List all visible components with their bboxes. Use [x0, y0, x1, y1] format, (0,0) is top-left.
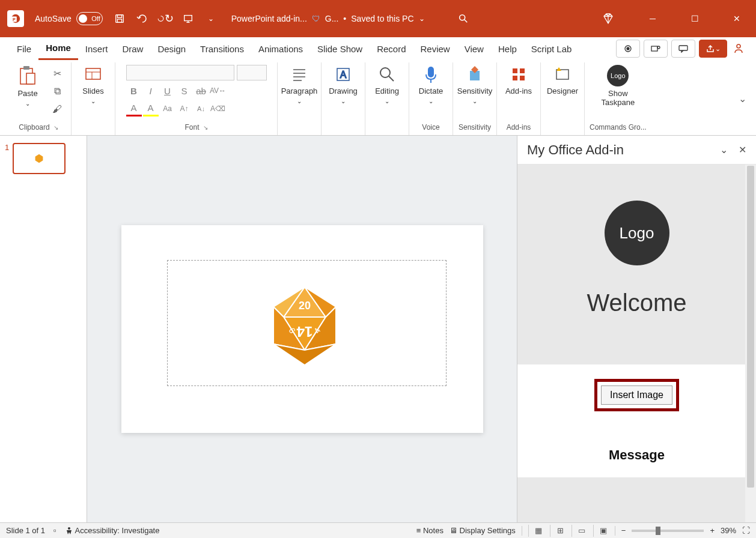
svg-rect-27 [428, 67, 433, 77]
slide-counter[interactable]: Slide 1 of 1 [6, 526, 45, 535]
bold-button[interactable]: B [126, 83, 142, 98]
spacing-button[interactable]: AV↔ [210, 83, 226, 98]
italic-button[interactable]: I [143, 83, 159, 98]
strike-button[interactable]: ab [194, 83, 209, 98]
zoom-in-button[interactable]: + [710, 526, 715, 535]
tab-help[interactable]: Help [491, 37, 524, 60]
tab-insert[interactable]: Insert [78, 37, 115, 60]
svg-rect-29 [513, 68, 517, 73]
group-commands: Logo Show Taskpane Commands Gro... [585, 62, 651, 135]
tab-animations[interactable]: Animations [251, 37, 310, 60]
clipboard-dialog-icon[interactable]: ↘ [53, 124, 58, 131]
tab-transitions[interactable]: Transitions [193, 37, 251, 60]
camera-button[interactable] [616, 40, 640, 58]
ribbon-collapse-icon[interactable]: ⌄ [739, 93, 750, 104]
tab-slideshow[interactable]: Slide Show [310, 37, 370, 60]
present-icon[interactable] [180, 10, 197, 27]
diamond-icon[interactable] [600, 10, 617, 27]
notes-button[interactable]: ≡ Notes [416, 526, 444, 535]
tab-file[interactable]: File [10, 37, 38, 60]
display-settings-button[interactable]: 🖥 Display Settings [450, 526, 516, 535]
paste-button[interactable]: Paste ⌄ [11, 65, 44, 107]
tab-record[interactable]: Record [370, 37, 413, 60]
accessibility-check[interactable]: Accessibility: Investigate [65, 526, 160, 536]
group-sensitivity: Sensitivity⌄ Sensitivity [453, 62, 497, 135]
autosave-label: AutoSave [35, 14, 72, 23]
font-size-input[interactable] [237, 65, 267, 80]
status-bar: Slide 1 of 1 ▫ Accessibility: Investigat… [0, 522, 756, 538]
tab-design[interactable]: Design [150, 37, 193, 60]
slide-thumbnail[interactable]: 1 [5, 143, 82, 174]
tab-view[interactable]: View [457, 37, 491, 60]
taskpane-close-icon[interactable]: ✕ [739, 144, 746, 156]
zoom-slider[interactable] [632, 530, 704, 532]
show-taskpane-button[interactable]: Logo Show Taskpane [594, 65, 642, 107]
app-icon: P [7, 10, 24, 27]
tab-draw[interactable]: Draw [115, 37, 150, 60]
taskpane-dropdown-icon[interactable]: ⌄ [720, 144, 728, 156]
maximize-button[interactable]: ☐ [683, 10, 707, 28]
close-button[interactable]: ✕ [725, 10, 749, 28]
fit-window-icon[interactable]: ⛶ [742, 526, 750, 535]
tab-review[interactable]: Review [413, 37, 457, 60]
group-font: B I U S ab AV↔ A A Aa A↑ A↓ A⌫ Font ↘ [115, 62, 278, 135]
minimize-button[interactable]: ─ [641, 10, 665, 28]
autosave-toggle[interactable]: AutoSave Off [35, 12, 103, 25]
group-clipboard: Paste ⌄ ✂ ⧉ 🖌 Clipboard ↘ [6, 62, 72, 135]
accessibility-status-icon[interactable]: ▫ [53, 526, 56, 535]
editing-button[interactable]: Editing⌄ [370, 65, 404, 104]
format-painter-icon[interactable]: 🖌 [48, 101, 66, 118]
slide-editor[interactable]: 20 14 6 4 [87, 136, 517, 522]
zoom-out-button[interactable]: − [621, 526, 626, 535]
save-icon[interactable] [111, 10, 128, 27]
tab-home[interactable]: Home [38, 37, 78, 60]
qat-more-icon[interactable]: ⌄ [203, 10, 219, 27]
copy-icon[interactable]: ⧉ [48, 83, 66, 100]
clear-format-button[interactable]: A⌫ [210, 101, 226, 116]
account-icon[interactable] [731, 43, 746, 55]
sorter-view-icon[interactable]: ⊞ [550, 525, 565, 537]
slides-panel: 1 [0, 136, 87, 522]
cut-icon[interactable]: ✂ [48, 65, 66, 82]
change-case-button[interactable]: Aa [160, 101, 175, 116]
taskpane-welcome: Welcome [517, 289, 756, 316]
svg-point-9 [627, 47, 629, 50]
zoom-level[interactable]: 39% [721, 526, 736, 535]
insert-image-button[interactable]: Insert Image [601, 385, 672, 405]
underline-button[interactable]: U [160, 83, 175, 98]
save-status-dropdown-icon[interactable]: ⌄ [419, 14, 425, 23]
font-name-input[interactable] [126, 65, 234, 80]
teams-button[interactable] [644, 40, 668, 58]
slideshow-view-icon[interactable]: ▣ [593, 525, 609, 537]
comments-button[interactable] [671, 40, 695, 58]
search-icon[interactable] [455, 10, 472, 27]
designer-button[interactable]: Designer [546, 65, 579, 95]
svg-text:20: 20 [298, 300, 310, 312]
title-bar: P AutoSave Off ↻ ⌄ PowerPoint add-in... … [0, 0, 756, 37]
font-dialog-icon[interactable]: ↘ [203, 124, 208, 131]
current-slide[interactable]: 20 14 6 4 [121, 225, 483, 433]
paragraph-button[interactable]: Paragraph⌄ [282, 65, 316, 104]
slides-button[interactable]: Slides ⌄ [76, 65, 110, 104]
svg-rect-31 [513, 76, 517, 80]
taskpane-message-label: Message [609, 447, 665, 463]
dictate-button[interactable]: Dictate⌄ [414, 65, 448, 104]
sensitivity-button[interactable]: Sensitivity⌄ [458, 65, 492, 104]
shrink-font-button[interactable]: A↓ [194, 101, 209, 116]
group-addins: Add-ins Add-ins [497, 62, 541, 135]
reading-view-icon[interactable]: ▭ [572, 525, 587, 537]
taskpane: My Office Add-in ⌄ ✕ Logo Welcome Insert… [517, 136, 756, 522]
grow-font-button[interactable]: A↑ [177, 101, 192, 116]
taskpane-scrollbar[interactable] [745, 165, 756, 522]
undo-icon[interactable] [134, 10, 151, 27]
tab-scriptlab[interactable]: Script Lab [524, 37, 579, 60]
drawing-button[interactable]: A Drawing⌄ [326, 65, 360, 104]
font-color-button[interactable]: A [126, 101, 142, 116]
ribbon-tabs: File Home Insert Draw Design Transitions… [0, 37, 756, 60]
redo-icon[interactable]: ↻ [157, 10, 174, 27]
addins-button[interactable]: Add-ins [502, 65, 535, 95]
highlight-button[interactable]: A [143, 101, 159, 116]
shadow-button[interactable]: S [177, 83, 192, 98]
normal-view-icon[interactable]: ▦ [528, 525, 544, 537]
share-button[interactable]: ⌄ [699, 40, 727, 58]
